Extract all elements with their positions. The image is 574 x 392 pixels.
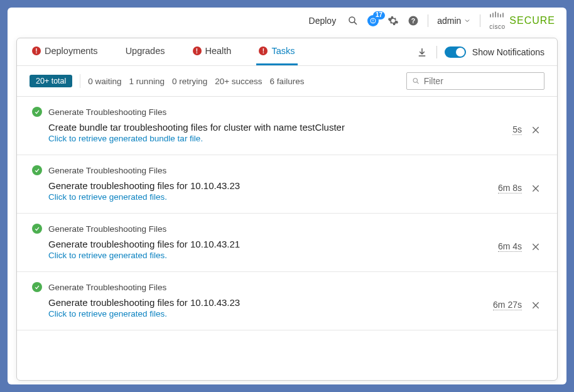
task-link[interactable]: Click to retrieve generated files.: [48, 192, 542, 202]
tab-label: Upgrades: [126, 46, 165, 56]
divider: [480, 14, 480, 27]
task-duration: 6m 8s: [498, 183, 522, 193]
svg-line-1: [354, 22, 357, 24]
alert-icon: [193, 46, 202, 55]
notifications-button[interactable]: 17: [367, 15, 379, 26]
search-icon[interactable]: [347, 15, 359, 26]
tab-label: Deployments: [45, 46, 98, 56]
task-message: Create bundle tar troubleshooting files …: [48, 122, 542, 133]
filter-success[interactable]: 20+ success: [215, 77, 262, 86]
svg-line-16: [417, 82, 419, 84]
task-message: Generate troubleshooting files for 10.10…: [48, 239, 542, 249]
filter-running[interactable]: 1 running: [129, 77, 165, 86]
task-item: Generate Troubleshooting Files Generate …: [17, 272, 557, 330]
task-message: Generate troubleshooting files for 10.10…: [48, 297, 542, 308]
tab-tasks[interactable]: Tasks: [256, 38, 297, 65]
notifications-count: 17: [373, 11, 385, 19]
task-list: Generate Troubleshooting Files Create bu…: [17, 97, 557, 330]
brand-secure-text: SECURE: [509, 15, 555, 26]
filter-input-wrapper[interactable]: [406, 72, 544, 90]
tasks-panel: Deployments Upgrades Health Tasks Show N…: [16, 38, 558, 381]
close-icon[interactable]: [531, 242, 541, 252]
task-header: Generate Troubleshooting Files: [32, 282, 542, 292]
task-link[interactable]: Click to retrieve generated bundle tar f…: [48, 134, 542, 143]
task-header: Generate Troubleshooting Files: [32, 107, 542, 117]
divider: [428, 14, 428, 27]
task-title: Generate Troubleshooting Files: [48, 107, 166, 117]
filter-input[interactable]: [424, 76, 539, 86]
brand-cisco-text: cisco: [489, 24, 506, 30]
svg-point-15: [413, 79, 417, 82]
tab-deployments[interactable]: Deployments: [30, 38, 100, 65]
svg-point-0: [349, 17, 355, 23]
download-icon[interactable]: [416, 46, 428, 58]
task-item: Generate Troubleshooting Files Generate …: [17, 214, 557, 272]
filter-failures[interactable]: 6 failures: [270, 77, 305, 86]
user-name: admin: [437, 16, 461, 26]
gear-icon[interactable]: [387, 15, 399, 26]
help-icon[interactable]: ?: [408, 15, 419, 26]
brand-logo: cisco SECURE: [489, 11, 555, 30]
task-item: Generate Troubleshooting Files Generate …: [17, 155, 557, 214]
success-icon: [32, 282, 42, 292]
divider: [80, 74, 80, 88]
task-title: Generate Troubleshooting Files: [48, 224, 166, 234]
task-duration: 6m 27s: [493, 300, 522, 310]
filter-bar: 20+ total 0 waiting 1 running 0 retrying…: [17, 66, 557, 97]
tab-health[interactable]: Health: [190, 38, 234, 65]
tab-label: Tasks: [271, 46, 295, 56]
task-item: Generate Troubleshooting Files Create bu…: [17, 97, 557, 155]
tab-upgrades[interactable]: Upgrades: [123, 38, 168, 65]
show-notifications-label: Show Notifications: [472, 47, 544, 57]
app-window: Deploy 17 ? admin: [8, 8, 566, 384]
total-badge[interactable]: 20+ total: [30, 75, 72, 87]
task-duration: 6m 4s: [498, 241, 522, 252]
show-notifications-toggle[interactable]: [445, 46, 466, 58]
panel-tabbar: Deployments Upgrades Health Tasks Show N…: [17, 38, 557, 66]
close-icon[interactable]: [531, 300, 541, 310]
user-menu[interactable]: admin: [437, 16, 471, 26]
task-message: Generate troubleshooting files for 10.10…: [48, 180, 542, 191]
alert-icon: [259, 46, 268, 55]
task-header: Generate Troubleshooting Files: [32, 165, 542, 175]
success-icon: [32, 165, 42, 175]
success-icon: [32, 107, 42, 117]
tab-label: Health: [205, 46, 232, 56]
search-icon: [412, 77, 420, 85]
cisco-bars-icon: [489, 11, 506, 21]
chevron-down-icon: [463, 17, 471, 24]
deploy-menu[interactable]: Deploy: [309, 16, 337, 26]
task-link[interactable]: Click to retrieve generated files.: [48, 251, 542, 260]
svg-rect-3: [373, 19, 374, 22]
divider: [436, 46, 437, 58]
app-bar: Deploy 17 ? admin: [8, 8, 566, 34]
close-icon[interactable]: [531, 125, 541, 135]
filter-retrying[interactable]: 0 retrying: [172, 77, 207, 86]
task-title: Generate Troubleshooting Files: [48, 166, 166, 175]
svg-text:?: ?: [411, 17, 415, 24]
task-header: Generate Troubleshooting Files: [32, 224, 542, 234]
alert-icon: [32, 46, 41, 55]
task-title: Generate Troubleshooting Files: [48, 283, 166, 292]
success-icon: [32, 224, 42, 234]
svg-rect-4: [373, 22, 374, 23]
task-link[interactable]: Click to retrieve generated files.: [48, 309, 542, 318]
close-icon[interactable]: [531, 183, 541, 193]
filter-waiting[interactable]: 0 waiting: [88, 77, 121, 86]
task-duration: 5s: [512, 124, 522, 135]
